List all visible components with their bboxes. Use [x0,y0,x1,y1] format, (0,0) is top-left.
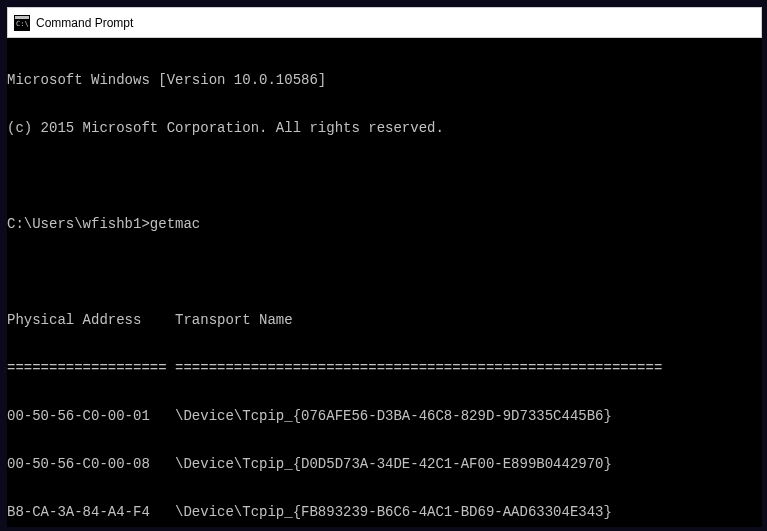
table-header: Physical Address Transport Name [7,312,762,328]
blank-line [7,168,762,184]
command-prompt-icon: C:\ [14,15,30,31]
terminal-output[interactable]: Microsoft Windows [Version 10.0.10586] (… [7,38,762,527]
table-row: B8-CA-3A-84-A4-F4 \Device\Tcpip_{FB89323… [7,504,762,520]
copyright-line: (c) 2015 Microsoft Corporation. All righ… [7,120,762,136]
command-prompt-line: C:\Users\wfishb1>getmac [7,216,762,232]
svg-rect-1 [15,16,29,19]
table-row: 00-50-56-C0-00-08 \Device\Tcpip_{D0D5D73… [7,456,762,472]
table-row: 00-50-56-C0-00-01 \Device\Tcpip_{076AFE5… [7,408,762,424]
os-version-line: Microsoft Windows [Version 10.0.10586] [7,72,762,88]
blank-line [7,264,762,280]
table-divider: =================== ====================… [7,360,762,376]
svg-text:C:\: C:\ [16,20,29,28]
titlebar[interactable]: C:\ Command Prompt [7,7,762,38]
window-title: Command Prompt [36,16,133,30]
command-prompt-window: C:\ Command Prompt Microsoft Windows [Ve… [7,7,762,527]
